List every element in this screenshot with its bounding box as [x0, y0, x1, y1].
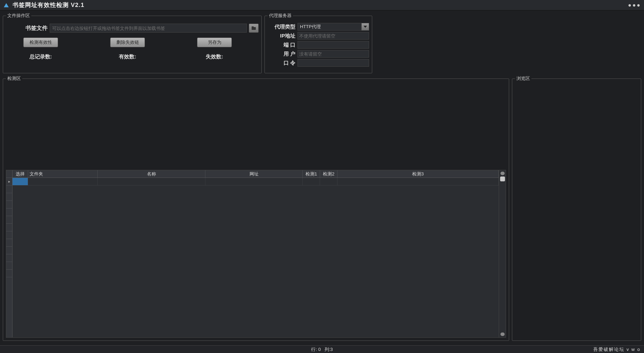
statusbar: 行: 0 列:3 吾爱破解论坛 v w o: [0, 345, 644, 353]
table-row[interactable]: [13, 178, 499, 186]
valid-count-label: 有效数:: [110, 54, 145, 60]
scroll-thumb[interactable]: [500, 176, 505, 181]
proxy-type-select[interactable]: HTTP代理: [297, 23, 361, 31]
save-as-button[interactable]: 另存为: [197, 38, 232, 47]
grid-vertical-scrollbar[interactable]: [499, 170, 506, 337]
scroll-up-button[interactable]: [500, 172, 505, 175]
svg-rect-0: [252, 27, 256, 30]
proxy-port-input[interactable]: [297, 41, 369, 49]
col-check2[interactable]: 检测2: [320, 170, 337, 178]
proxy-ip-label: IP地址: [268, 33, 295, 39]
titlebar: 书签网址有效性检测 V2.1 ●●●: [0, 0, 644, 10]
col-check3[interactable]: 检测3: [337, 170, 499, 178]
col-name[interactable]: 名称: [98, 170, 205, 178]
app-icon: [3, 2, 10, 9]
browse-panel-legend: 浏览区: [515, 75, 531, 82]
col-select[interactable]: 选择: [13, 170, 28, 178]
bookmark-file-input[interactable]: [50, 24, 247, 33]
proxy-port-label: 端 口: [268, 42, 295, 48]
app-title: 书签网址有效性检测 V2.1: [13, 1, 84, 9]
status-position: 行: 0 列:3: [311, 346, 333, 353]
row-header-current: ▸: [6, 178, 12, 186]
proxy-user-label: 用 户: [268, 51, 295, 57]
detection-panel-legend: 检测区: [6, 75, 22, 82]
delete-invalid-button[interactable]: 删除失效链: [110, 38, 145, 47]
svg-rect-1: [252, 26, 254, 27]
col-check1[interactable]: 检测1: [303, 170, 320, 178]
bookmark-file-label: 书签文件: [6, 25, 48, 32]
file-operations-panel: 文件操作区 书签文件 检测有效性 删除失效链 另存为 总记录数: 有效数: 失效…: [3, 13, 262, 73]
proxy-server-panel: 代理服务器 代理类型 HTTP代理 IP地址 端 口 用 户 口 令: [264, 13, 372, 73]
proxy-ip-input[interactable]: [297, 32, 369, 40]
proxy-pass-label: 口 令: [268, 60, 295, 66]
scroll-down-button[interactable]: [500, 333, 505, 336]
status-credit: 吾爱破解论坛 v w o: [593, 346, 644, 353]
file-panel-legend: 文件操作区: [6, 13, 31, 19]
proxy-type-dropdown-button[interactable]: [361, 23, 369, 31]
results-grid[interactable]: ▸ 选择 文件夹 名称 网址 检测1 检测2 检测3: [6, 170, 506, 338]
proxy-pass-input[interactable]: [297, 59, 369, 67]
invalid-count-label: 失效数:: [197, 54, 232, 60]
cell-selected[interactable]: [13, 178, 28, 185]
proxy-panel-legend: 代理服务器: [268, 13, 293, 19]
browse-file-button[interactable]: [249, 24, 259, 33]
total-records-label: 总记录数:: [23, 54, 58, 60]
proxy-type-label: 代理类型: [268, 24, 295, 30]
col-url[interactable]: 网址: [205, 170, 303, 178]
grid-header-row: 选择 文件夹 名称 网址 检测1 检测2 检测3: [13, 170, 499, 178]
check-validity-button[interactable]: 检测有效性: [23, 38, 58, 47]
detection-panel: 检测区 ▸ 选择 文件夹 名称 网址 检测1 检测2 检测3: [3, 75, 509, 341]
window-controls[interactable]: ●●●: [628, 2, 641, 8]
browse-panel: 浏览区: [512, 75, 641, 341]
col-folder[interactable]: 文件夹: [28, 170, 98, 178]
proxy-user-input[interactable]: [297, 50, 369, 58]
detection-log-area: [6, 84, 506, 168]
